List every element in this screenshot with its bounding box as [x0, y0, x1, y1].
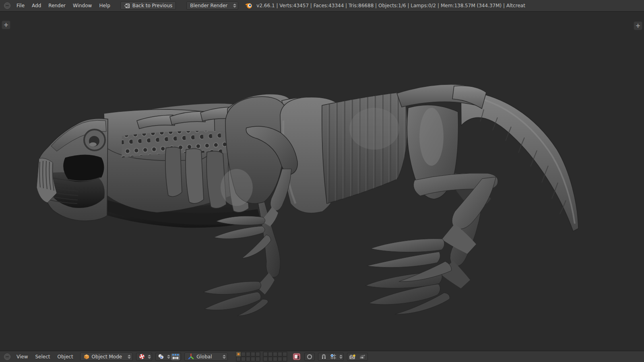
layer-cell[interactable] [256, 352, 260, 356]
viewport-3d[interactable]: + + [0, 12, 644, 351]
scene-statistics: v2.66.1 | Verts:43457 | Faces:43344 | Tr… [256, 3, 525, 8]
dropdown-arrows-icon [167, 355, 170, 359]
menu-add[interactable]: Add [28, 3, 45, 8]
render-engine-dropdown[interactable]: Blender Render [186, 2, 238, 10]
render-engine-value: Blender Render [190, 3, 227, 8]
layer-cell[interactable] [263, 357, 268, 361]
layer-cell[interactable] [241, 357, 246, 361]
layer-cell[interactable] [251, 357, 255, 361]
mode-value: Object Mode [92, 354, 122, 360]
creature-model[interactable] [0, 12, 644, 351]
mode-dropdown[interactable]: Object Mode [80, 353, 133, 361]
manipulator-toggle[interactable] [171, 353, 180, 360]
layer-cell[interactable] [241, 352, 246, 356]
editor-type-button-3dview[interactable] [4, 354, 10, 360]
toolshelf-expand-button[interactable]: + [2, 21, 10, 29]
properties-expand-button[interactable]: + [634, 21, 642, 30]
layers-left-group[interactable] [236, 352, 260, 362]
pivot-point-group [155, 353, 181, 361]
orientation-value: Global [196, 354, 212, 360]
axis-tripod-icon [188, 354, 194, 360]
creature-head [37, 119, 108, 221]
opengl-render-animation-button[interactable] [358, 353, 367, 360]
menu-object[interactable]: Object [54, 354, 77, 360]
layer-cell[interactable] [283, 357, 287, 361]
menu-window[interactable]: Window [69, 3, 95, 8]
blender-logo-icon [245, 2, 252, 9]
object-mode-cube-icon [84, 354, 89, 360]
lock-to-scene-toggle[interactable] [292, 353, 301, 360]
menu-select[interactable]: Select [31, 354, 54, 360]
layer-cell[interactable] [263, 352, 268, 356]
layer-cell[interactable] [246, 357, 250, 361]
dropdown-arrows-icon [128, 355, 131, 359]
layer-cell[interactable] [273, 352, 277, 356]
layer-cell[interactable] [251, 352, 255, 356]
layer-cell[interactable] [268, 352, 272, 356]
blender-window: File Add Render Window Help Back to Prev… [0, 0, 644, 362]
view3d-header: View Select Object Object Mode [0, 351, 644, 362]
menu-view[interactable]: View [13, 354, 31, 360]
info-header: File Add Render Window Help Back to Prev… [0, 0, 644, 12]
snap-element-dropdown[interactable] [329, 353, 338, 360]
menu-render[interactable]: Render [45, 3, 69, 8]
dropdown-arrows-icon [223, 355, 226, 359]
menu-file[interactable]: File [13, 3, 28, 8]
orientation-dropdown[interactable]: Global [184, 353, 228, 361]
layer-cell[interactable] [278, 352, 282, 356]
layer-cell[interactable] [273, 357, 277, 361]
opengl-render-group [347, 353, 368, 361]
layer-1-active[interactable] [236, 352, 241, 356]
layer-cell[interactable] [256, 357, 260, 361]
viewport-shading-icon [137, 353, 146, 360]
menu-help[interactable]: Help [95, 3, 114, 8]
layer-cell[interactable] [246, 352, 250, 356]
dropdown-arrows-icon [339, 355, 343, 359]
layer-cell[interactable] [236, 357, 241, 361]
dropdown-arrows-icon [233, 4, 236, 8]
layers-right-group[interactable] [263, 352, 287, 362]
creature-torso [280, 92, 407, 213]
viewport-shading-dropdown[interactable] [136, 353, 152, 361]
layer-cell[interactable] [278, 357, 282, 361]
editor-type-button[interactable] [4, 2, 10, 9]
proportional-editing-button[interactable] [304, 353, 315, 361]
layer-object-dot [237, 353, 239, 355]
layer-cell[interactable] [283, 352, 287, 356]
pivot-point-dropdown[interactable] [157, 353, 165, 360]
dropdown-arrows-icon [148, 355, 151, 359]
layer-cell[interactable] [268, 357, 272, 361]
opengl-render-image-button[interactable] [348, 353, 357, 360]
back-to-previous-label: Back to Previous [132, 3, 173, 8]
snap-magnet-toggle[interactable] [319, 353, 328, 360]
back-to-previous-button[interactable]: Back to Previous [120, 2, 176, 10]
layers-widget[interactable] [236, 352, 287, 362]
snap-group [318, 353, 344, 361]
back-icon [124, 3, 130, 8]
